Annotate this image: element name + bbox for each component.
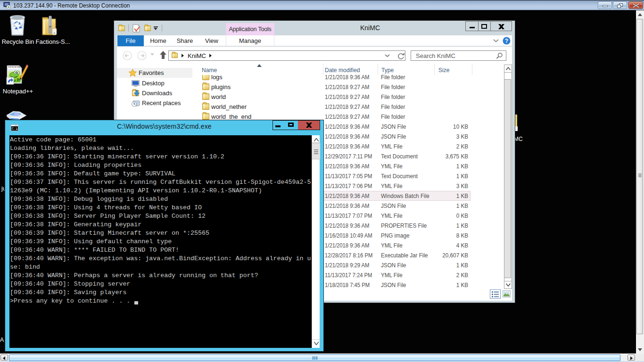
svg-text:C:\: C:\ [12,127,18,131]
svg-text:?: ? [505,38,508,44]
